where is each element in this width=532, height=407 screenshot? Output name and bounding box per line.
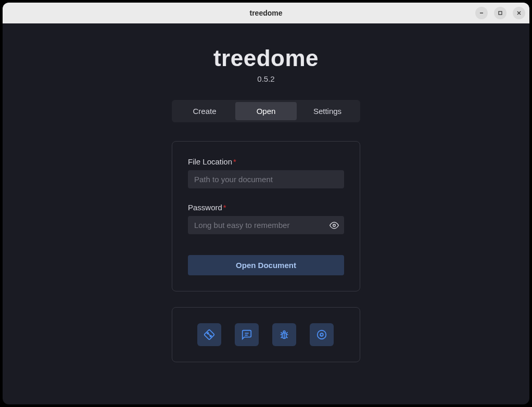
tab-create[interactable]: Create [174,102,235,120]
titlebar: treedome [3,3,529,23]
minimize-icon [479,10,484,16]
file-location-input[interactable] [188,170,344,188]
app-title: treedome [213,45,319,71]
window-title: treedome [249,9,282,17]
window-controls [475,7,525,19]
maximize-button[interactable] [494,7,506,19]
tab-open[interactable]: Open [235,102,297,120]
app-version: 0.5.2 [257,74,274,83]
svg-line-14 [286,332,288,334]
password-label-text: Password [188,203,222,212]
bug-link-button[interactable] [272,323,296,346]
license-link-button[interactable] [310,323,334,346]
file-location-label: File Location* [188,157,344,166]
svg-line-15 [281,337,283,338]
file-location-input-wrapper [188,170,344,188]
close-icon [516,10,522,16]
bug-icon [278,329,290,340]
git-link-button[interactable] [197,323,221,346]
password-label: Password* [188,203,344,212]
open-document-button[interactable]: Open Document [188,255,344,275]
git-icon [204,329,215,340]
svg-line-13 [281,332,283,334]
license-icon [316,329,327,340]
tab-bar: Create Open Settings [172,100,360,122]
required-indicator: * [233,157,236,166]
toggle-password-visibility[interactable] [330,221,339,230]
links-panel [172,307,360,362]
tab-settings[interactable]: Settings [297,102,358,120]
required-indicator: * [223,203,226,212]
app-window: treedome treedome 0.5.2 Create Open Sett… [3,3,529,404]
chat-icon [241,329,252,340]
svg-line-16 [286,337,288,338]
minimize-button[interactable] [475,7,488,19]
content-area: treedome 0.5.2 Create Open Settings File… [3,23,529,404]
close-button[interactable] [513,7,525,19]
chat-link-button[interactable] [235,323,259,346]
maximize-icon [498,10,503,16]
svg-point-18 [318,330,326,339]
svg-rect-1 [499,11,502,15]
password-input-wrapper [188,216,344,234]
password-input[interactable] [188,216,344,234]
file-location-label-text: File Location [188,157,232,166]
open-form-panel: File Location* Password* [172,141,360,291]
eye-icon [330,221,339,230]
password-field: Password* [188,203,344,234]
file-location-field: File Location* [188,157,344,188]
svg-point-4 [333,224,336,226]
svg-line-7 [208,334,210,336]
